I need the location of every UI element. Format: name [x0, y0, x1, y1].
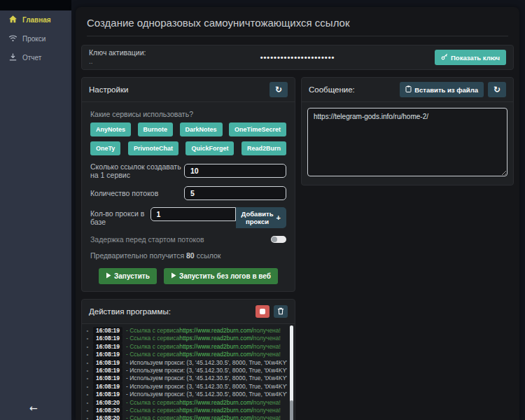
activation-key-labels: Ключ активации: .. [89, 48, 146, 66]
sidebar-item-proxy[interactable]: Прокси [0, 29, 71, 48]
threads-input[interactable] [184, 186, 286, 200]
log-text: - Ссылка с сервиса [126, 327, 179, 335]
log-scroll-area[interactable]: •16:08:19- Ссылка с сервиса https://www.… [82, 324, 295, 420]
trash-icon [277, 307, 284, 316]
log-text: получена! [253, 407, 281, 414]
log-timestamp: 16:08:19 [93, 343, 122, 351]
log-timestamp: 16:08:20 [93, 407, 122, 414]
sidebar-item-home[interactable]: Главная [0, 10, 71, 29]
log-text: • [82, 367, 93, 374]
service-button[interactable]: Read2Burn [241, 141, 286, 155]
key-icon [441, 53, 448, 62]
service-button[interactable]: AnyNotes [90, 122, 131, 136]
log-text: https://www.read2burn.com/ [179, 327, 253, 335]
toggle-knob [272, 237, 277, 242]
log-text: - Ссылка с сервиса [126, 351, 179, 358]
paste-from-file-label: Вставить из файла [414, 86, 478, 94]
proxy-count-label: Кол-во прокси в базе [90, 209, 150, 226]
log-title: Действия программы: [89, 307, 171, 316]
log-timestamp: 16:08:19 [93, 359, 122, 367]
log-text: получена! [253, 399, 281, 407]
log-text: • [82, 327, 93, 335]
stop-button[interactable] [255, 305, 270, 318]
service-button[interactable]: OneTy [90, 141, 120, 155]
delay-toggle-switch[interactable] [271, 236, 286, 243]
top-black-strip [0, 0, 71, 10]
log-timestamp: 16:08:19 [93, 391, 122, 398]
run-buttons-row: Запустить Запустить без логов в веб [90, 268, 286, 284]
log-timestamp: 16:08:19 [93, 383, 122, 391]
message-textarea[interactable]: https://telegram-gods.info/ru/home-2/ [307, 108, 507, 176]
preview-prefix: Предварительно получится [90, 251, 184, 260]
clipboard-icon [405, 85, 412, 94]
sidebar-item-label: Главная [22, 16, 51, 24]
log-timestamp: 16:08:20 [93, 399, 122, 407]
log-text: - Ссылка с сервиса [126, 414, 179, 420]
app-window: Главная Прокси Отчет ← Создание одноразо… [0, 0, 525, 420]
log-text: https://www.read2burn.com/ [179, 351, 253, 358]
show-key-button[interactable]: Показать ключ [435, 50, 506, 65]
log-text: • [82, 374, 93, 382]
download-icon [8, 52, 18, 63]
two-column-row: Настройки ↻ Какие сервисы использовать? … [81, 77, 514, 292]
delay-toggle-row: Задержка перед стартом потоков [90, 235, 286, 244]
run-no-logs-label: Запустить без логов в веб [179, 272, 271, 280]
log-text: получена! [253, 351, 281, 358]
log-scrollbar-thumb[interactable] [290, 400, 293, 420]
show-key-label: Показать ключ [451, 54, 500, 62]
log-text: https://www.read2burn.com/ [179, 414, 253, 420]
service-button[interactable]: Burnote [138, 122, 174, 136]
service-button[interactable]: PrivnoteChat [128, 141, 178, 155]
log-timestamp: 16:08:19 [93, 374, 122, 382]
log-row: •16:08:19- Ссылка с сервиса https://www.… [82, 327, 287, 335]
settings-title: Настройки [89, 85, 128, 94]
add-proxy-button[interactable]: Добавить прокси + [236, 207, 286, 228]
log-scrollbar[interactable] [290, 326, 293, 420]
log-text: - Используем прокси: (3, '45.142.30.5', … [126, 374, 287, 382]
log-card: Действия программы: •16:08:19- [81, 299, 295, 420]
message-header: Сообщение: Вставить из файла ↻ [302, 78, 513, 102]
sidebar: Главная Прокси Отчет ← [0, 10, 71, 420]
message-card: Сообщение: Вставить из файла ↻ [301, 77, 514, 186]
proxy-count-input[interactable] [150, 207, 236, 221]
add-proxy-label: Добавить прокси [241, 210, 274, 225]
message-refresh-button[interactable]: ↻ [488, 82, 506, 97]
collapse-sidebar-arrow-icon[interactable]: ← [29, 403, 38, 413]
service-button[interactable]: DarkNotes [180, 122, 223, 136]
activation-key-label: Ключ активации: [89, 48, 146, 57]
log-text: https://www.read2burn.com/ [179, 407, 253, 414]
log-list: •16:08:19- Ссылка с сервиса https://www.… [82, 327, 287, 420]
log-row: •16:08:20- Ссылка с сервиса https://www.… [82, 414, 287, 420]
message-title: Сообщение: [309, 85, 355, 94]
settings-refresh-button[interactable]: ↻ [270, 82, 288, 97]
run-button[interactable]: Запустить [99, 268, 157, 284]
log-row: •16:08:19- Ссылка с сервиса https://www.… [82, 343, 287, 351]
log-text: - Используем прокси: (3, '45.142.30.5', … [126, 391, 287, 398]
log-timestamp: 16:08:20 [93, 414, 122, 420]
preview-count: 80 [186, 251, 195, 260]
service-button[interactable]: QuickForget [186, 141, 234, 155]
log-text: - Ссылка с сервиса [126, 343, 179, 351]
preview-links-text: Предварительно получится 80 ссылок [90, 251, 286, 260]
log-timestamp: 16:08:19 [93, 327, 122, 335]
log-row: •16:08:20- Ссылка с сервиса https://www.… [82, 407, 287, 414]
sidebar-item-label: Прокси [22, 35, 46, 43]
log-text: получена! [253, 335, 281, 342]
log-timestamp: 16:08:19 [93, 351, 122, 358]
log-row: •16:08:19- Ссылка с сервиса https://www.… [82, 335, 287, 342]
links-per-service-input[interactable] [184, 164, 286, 178]
main-panel: Создание одноразовых самоуничтожающихся … [76, 7, 519, 420]
sidebar-item-report[interactable]: Отчет [0, 48, 71, 67]
refresh-icon: ↻ [493, 85, 500, 94]
log-text: • [82, 399, 93, 407]
log-row: •16:08:19- Используем прокси: (3, '45.14… [82, 374, 287, 382]
log-text: https://www.read2burn.com/ [179, 343, 253, 351]
run-no-logs-button[interactable]: Запустить без логов в веб [164, 268, 278, 284]
log-row: •16:08:19- Используем прокси: (3, '45.14… [82, 391, 287, 398]
log-text: - Ссылка с сервиса [126, 399, 179, 407]
service-button[interactable]: OneTimeSecret [229, 122, 286, 136]
clear-log-button[interactable] [274, 305, 288, 318]
log-text: - Ссылка с сервиса [126, 335, 179, 342]
paste-from-file-button[interactable]: Вставить из файла [400, 82, 484, 97]
log-header: Действия программы: [82, 300, 295, 324]
